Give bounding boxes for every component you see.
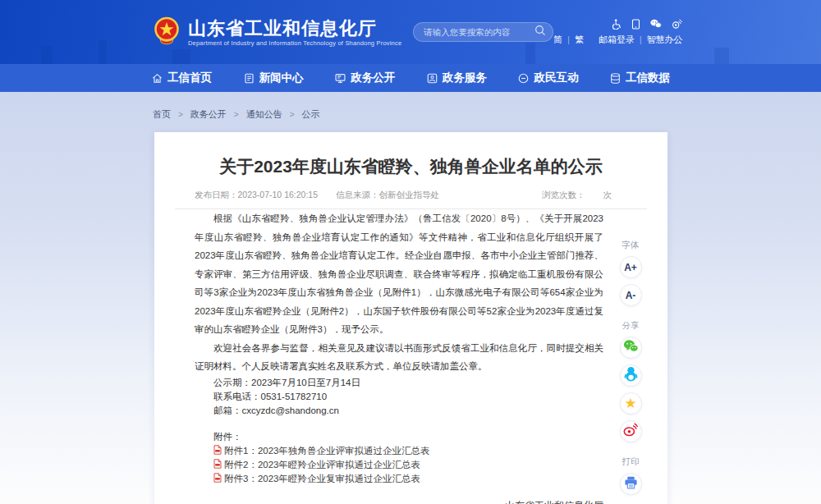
mail-login-link[interactable]: 邮箱登录 [599,34,635,46]
breadcrumb-home[interactable]: 首页 [153,108,171,121]
breadcrumb-gov-info[interactable]: 政务公开 [190,108,227,121]
separator: | [567,35,570,44]
lang-traditional-link[interactable]: 繁 [575,34,584,46]
article-title: 关于2023年度山东省瞪羚、独角兽企业名单的公示 [187,157,635,176]
interaction-icon [517,72,530,85]
attachments-label: 附件： [195,429,603,444]
nav-item-gov-info[interactable]: 政务公开 [334,71,395,85]
pdf-file-icon [213,445,224,456]
notice-period: 公示期：2023年7月10日至7月14日 [195,376,603,390]
share-qq-button[interactable] [620,364,642,387]
wechat-icon[interactable] [650,19,662,29]
search-input[interactable] [424,27,534,37]
nav-label: 政务公开 [351,71,395,85]
site-brand[interactable]: 山东省工业和信息化厅 Department of Industry and In… [152,16,401,48]
font-size-label: 字体 [622,239,640,250]
breadcrumb-separator: > [234,110,239,119]
nav-item-gov-services[interactable]: 政务服务 [426,71,487,85]
article-meta: 发布日期： 2023-07-10 16:20:15 信息来源： 创新创业指导处 … [195,190,612,201]
lang-simplified-link[interactable]: 简 [553,34,562,46]
breadcrumb-separator: > [290,110,295,119]
weibo-icon[interactable] [672,19,682,29]
contact-phone: 联系电话：0531-51782710 [195,390,603,404]
views-value: 次 [603,190,612,201]
breadcrumb: 首页 > 政务公开 > 通知公告 > 公示 [153,108,320,121]
nav-item-news[interactable]: 新闻中心 [243,71,304,85]
site-subtitle: Department of Industry and Information T… [188,39,401,47]
service-badge-icon [426,72,438,85]
font-increase-button[interactable]: A+ [620,256,642,278]
attachment-link-2[interactable]: 附件2：2023年瞪羚企业评审拟通过企业汇总表 [213,458,603,472]
monitor-icon [334,72,346,85]
smart-office-link[interactable]: 智慧办公 [646,34,682,46]
attachments-block: 附件： 附件1：2023年独角兽企业评审拟通过企业汇总表 附件2：2023年瞪羚… [195,429,603,486]
nav-label: 政务服务 [443,71,487,85]
accessibility-icon[interactable] [612,19,621,30]
share-weibo-button[interactable] [620,420,642,442]
nav-item-data[interactable]: 工信数据 [609,71,670,85]
home-icon [151,72,163,85]
separator: | [640,35,642,44]
contact-email: 邮箱：cxcyzdc@shandong.cn [195,404,603,418]
nav-label: 工信首页 [167,71,212,85]
breadcrumb-notices[interactable]: 通知公告 [246,108,282,121]
printer-icon [624,476,638,493]
share-qzone-button[interactable]: ★ [620,392,642,415]
pdf-file-icon [213,473,224,484]
share-wechat-button[interactable] [620,337,642,359]
source-value: 创新创业指导处 [379,190,440,201]
print-label: 打印 [622,456,640,467]
news-icon [243,72,255,85]
search-icon[interactable] [534,25,546,39]
publish-date-value: 2023-07-10 16:20:15 [238,190,319,201]
signature-org: 山东省工业和信息化厅 [195,496,603,504]
weibo-share-icon [623,423,638,440]
nav-item-home[interactable]: 工信首页 [151,71,212,85]
paragraph: 根据《山东省瞪羚、独角兽企业认定管理办法》（鲁工信发〔2020〕8号）、《关于开… [195,209,603,339]
mobile-version-icon[interactable] [631,19,640,30]
font-decrease-button[interactable]: A- [620,284,642,306]
attachment-label: 附件1：2023年独角兽企业评审拟通过企业汇总表 [224,445,429,457]
pdf-file-icon [213,459,224,470]
views-label: 浏览次数： [542,190,585,201]
tool-sidebar: 字体 A+ A- 分享 [608,239,653,495]
site-title: 山东省工业和信息化厅 [188,18,401,39]
signature: 山东省工业和信息化厅 2023年7月10日 [195,496,603,504]
share-label: 分享 [622,319,640,331]
attachment-link-1[interactable]: 附件1：2023年独角兽企业评审拟通过企业汇总表 [213,444,603,458]
search-box[interactable] [413,22,553,42]
content-area: 首页 > 政务公开 > 通知公告 > 公示 关于2023年度山东省瞪羚、独角兽企… [0,92,821,504]
nav-label: 工信数据 [626,71,670,85]
database-icon [609,72,621,85]
article-body: 根据《山东省瞪羚、独角兽企业认定管理办法》（鲁工信发〔2020〕8号）、《关于开… [195,209,603,504]
breadcrumb-current: 公示 [302,108,320,121]
site-header: 山东省工业和信息化厅 Department of Industry and In… [0,0,821,64]
article-card: 关于2023年度山东省瞪羚、独角兽企业名单的公示 发布日期： 2023-07-1… [154,132,667,504]
qzone-star-icon: ★ [624,396,636,410]
nav-item-interaction[interactable]: 政民互动 [517,71,578,85]
page: 山东省工业和信息化厅 Department of Industry and In… [0,0,821,504]
main-nav: 工信首页 新闻中心 政务公开 政务服务 [0,64,821,92]
breadcrumb-separator: > [178,110,183,119]
nav-label: 新闻中心 [259,71,304,85]
qq-share-icon [624,366,638,385]
print-button[interactable] [620,473,642,495]
publish-date-label: 发布日期： [195,190,238,201]
attachment-link-3[interactable]: 附件3：2023年瞪羚企业复审拟通过企业汇总表 [213,472,603,486]
attachment-label: 附件2：2023年瞪羚企业评审拟通过企业汇总表 [224,459,420,471]
wechat-share-icon [623,339,639,356]
nav-label: 政民互动 [534,71,578,85]
attachment-label: 附件3：2023年瞪羚企业复审拟通过企业汇总表 [224,473,420,485]
national-emblem-icon [152,16,181,48]
source-label: 信息来源： [336,190,379,201]
paragraph: 欢迎社会各界参与监督，相关意见及建议请以书面形式反馈省工业和信息化厅，同时提交相… [195,339,603,376]
